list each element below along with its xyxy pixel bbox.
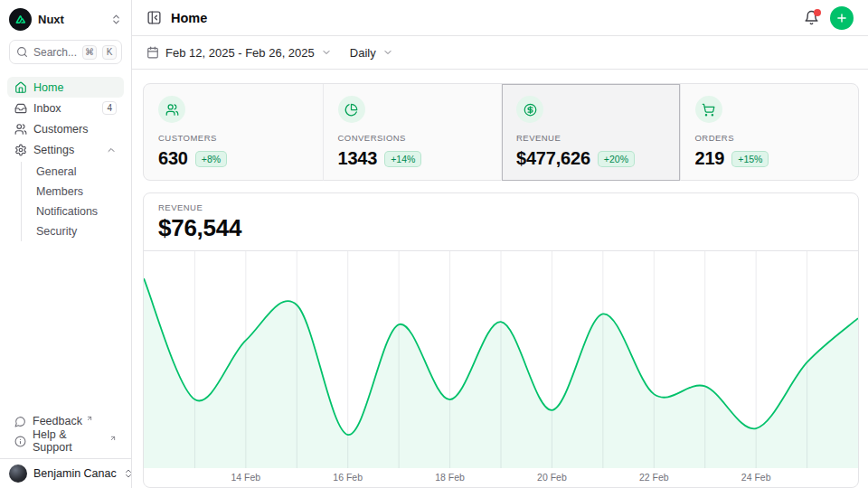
user-name: Benjamin Canac <box>33 467 117 480</box>
users-icon <box>14 123 27 136</box>
notifications-button[interactable] <box>804 10 819 25</box>
stat-value: 1343 <box>338 148 378 169</box>
help-support-link[interactable]: Help & Support <box>7 431 124 451</box>
sub-item-label: Members <box>36 185 83 198</box>
chart-header: REVENUE $76,544 <box>144 193 858 251</box>
team-switcher[interactable]: Nuxt <box>0 0 131 36</box>
topbar: Home <box>132 0 868 36</box>
sidebar-item-general[interactable]: General <box>22 162 124 182</box>
settings-sub-list: General Members Notifications Security <box>21 162 124 241</box>
sidebar-item-customers[interactable]: Customers <box>7 118 124 139</box>
stats-row: CUSTOMERS 630 +8% CONVERSIONS 1343 +14% <box>143 83 859 181</box>
stat-label: CONVERSIONS <box>338 133 487 143</box>
x-axis-label: 20 Feb <box>537 472 567 483</box>
chevrons-up-down-icon <box>110 14 122 25</box>
x-axis-label: 16 Feb <box>333 472 363 483</box>
chevron-down-icon <box>321 47 332 58</box>
external-link-icon <box>86 415 93 422</box>
sidebar-item-label: Home <box>33 81 63 94</box>
dashboard-app: Nuxt Search... ⌘ K Home <box>0 0 868 488</box>
sidebar-nav: Home Inbox 4 Customers Sett <box>0 73 131 411</box>
external-link-icon <box>109 435 117 442</box>
chart-metric-label: REVENUE <box>158 202 844 212</box>
stat-delta-badge: +14% <box>384 151 421 167</box>
chart-metric-value: $76,544 <box>158 214 844 242</box>
sidebar-item-label: Customers <box>33 123 88 136</box>
content: CUSTOMERS 630 +8% CONVERSIONS 1343 +14% <box>132 70 868 488</box>
add-button[interactable] <box>830 6 854 30</box>
revenue-chart-card: REVENUE $76,544 14 Feb16 Feb18 Feb20 Feb… <box>143 192 859 488</box>
x-axis-label: 18 Feb <box>435 472 465 483</box>
nuxt-logo-icon <box>9 8 32 31</box>
sub-item-label: General <box>36 165 76 178</box>
x-axis-label: 14 Feb <box>231 472 260 483</box>
sidebar-item-label: Settings <box>33 144 74 156</box>
revenue-area-chart[interactable] <box>144 251 858 468</box>
sub-item-label: Security <box>36 225 77 238</box>
filters-toolbar: Feb 12, 2025 - Feb 26, 2025 Daily <box>132 36 868 70</box>
shopping-cart-icon <box>695 96 722 123</box>
help-support-label: Help & Support <box>33 428 106 454</box>
interval-value: Daily <box>350 46 376 60</box>
inbox-count-badge: 4 <box>102 101 117 115</box>
sidebar-item-home[interactable]: Home <box>7 77 124 98</box>
sidebar-item-members[interactable]: Members <box>22 182 124 202</box>
page-title: Home <box>171 11 207 25</box>
plus-icon <box>835 12 848 24</box>
main-panel: Home Feb 12, 2025 - Feb 26, 2025 <box>132 0 868 488</box>
x-axis-label: 24 Feb <box>741 472 771 483</box>
date-range-picker[interactable]: Feb 12, 2025 - Feb 26, 2025 <box>146 46 332 60</box>
sidebar-item-inbox[interactable]: Inbox 4 <box>7 98 124 118</box>
chart-canvas[interactable] <box>144 251 858 468</box>
date-range-value: Feb 12, 2025 - Feb 26, 2025 <box>165 46 315 60</box>
sidebar-item-security[interactable]: Security <box>22 221 124 241</box>
stat-orders[interactable]: ORDERS 219 +15% <box>680 84 859 181</box>
stat-delta-badge: +20% <box>598 151 635 167</box>
collapse-sidebar-icon[interactable] <box>146 10 162 25</box>
user-avatar <box>9 465 27 483</box>
house-icon <box>14 81 27 94</box>
stat-delta-badge: +8% <box>195 151 227 167</box>
stat-customers[interactable]: CUSTOMERS 630 +8% <box>144 84 323 181</box>
dollar-circle-icon <box>516 96 543 123</box>
sub-item-label: Notifications <box>36 205 98 218</box>
stat-conversions[interactable]: CONVERSIONS 1343 +14% <box>323 84 502 181</box>
kbd-cmd: ⌘ <box>82 45 97 60</box>
stat-label: CUSTOMERS <box>158 133 308 143</box>
stat-value: 219 <box>695 148 725 169</box>
search-icon <box>16 46 28 58</box>
sidebar-footer: Feedback Help & Support <box>0 411 131 458</box>
stat-delta-badge: +15% <box>731 151 769 167</box>
stat-label: REVENUE <box>516 133 665 143</box>
kbd-k: K <box>102 45 117 60</box>
gear-icon <box>14 144 27 156</box>
interval-select[interactable]: Daily <box>350 46 393 60</box>
stat-revenue[interactable]: REVENUE $477,626 +20% <box>501 84 680 181</box>
user-menu[interactable]: Benjamin Canac <box>0 458 131 488</box>
users-icon <box>158 96 185 123</box>
chevron-up-icon <box>106 145 117 155</box>
pie-chart-icon <box>338 96 365 123</box>
stat-label: ORDERS <box>695 133 844 143</box>
x-axis-label: 22 Feb <box>639 472 669 483</box>
inbox-icon <box>14 102 27 115</box>
notification-dot <box>814 9 821 16</box>
team-name: Nuxt <box>38 13 104 26</box>
stat-value: 630 <box>158 148 188 169</box>
stat-value: $477,626 <box>516 148 590 169</box>
search-placeholder: Search... <box>33 46 77 59</box>
sidebar-item-notifications[interactable]: Notifications <box>22 202 124 221</box>
sidebar-item-label: Inbox <box>33 102 61 115</box>
chevron-down-icon <box>382 47 393 58</box>
sidebar-item-settings[interactable]: Settings <box>7 139 124 160</box>
x-axis: 14 Feb16 Feb18 Feb20 Feb22 Feb24 Feb <box>144 468 858 487</box>
feedback-label: Feedback <box>33 415 82 427</box>
search-input[interactable]: Search... ⌘ K <box>9 40 122 64</box>
sidebar: Nuxt Search... ⌘ K Home <box>0 0 132 488</box>
info-circle-icon <box>14 436 26 447</box>
calendar-icon <box>146 46 159 59</box>
chat-bubble-icon <box>14 416 26 427</box>
